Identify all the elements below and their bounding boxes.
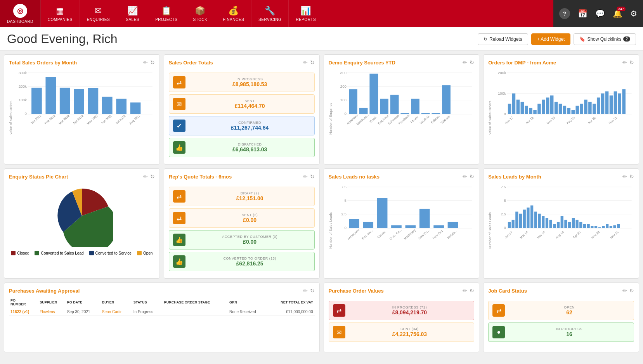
refresh-icon[interactable]: ↻ — [629, 59, 634, 66]
page-header: Good Evening, Rich ↻ Reload Widgets + Ad… — [0, 27, 643, 50]
nav-finances[interactable]: 💰 FINANCES — [216, 0, 252, 27]
purchases-table: PONUMBER SUPPLIER PO DATE BUYER STATUS P… — [9, 297, 315, 316]
help-icon[interactable]: ? — [559, 8, 570, 19]
nav-companies[interactable]: ▦ COMPANIES — [41, 0, 80, 27]
edit-icon[interactable]: ✏ — [622, 288, 627, 294]
svg-text:New Eq...: New Eq... — [417, 229, 430, 240]
legend-converted-service-label: Converted to Service — [95, 251, 132, 255]
notification-badge: 347 — [617, 7, 626, 11]
svg-rect-58 — [508, 104, 511, 114]
reports-icon: 📊 — [300, 6, 311, 16]
svg-text:0: 0 — [504, 113, 506, 116]
widget-demo-enquiry-sources: Demo Enquiry Sources YTD ✏ ↻ Number of E… — [324, 54, 480, 165]
po-in-progress-label: IN PROGRESS (71) — [349, 305, 470, 309]
edit-icon[interactable]: ✏ — [463, 59, 467, 66]
svg-rect-41 — [442, 85, 451, 114]
svg-rect-124 — [508, 222, 511, 228]
companies-icon: ▦ — [56, 6, 64, 16]
svg-rect-102 — [377, 198, 387, 228]
chat-icon[interactable]: 💬 — [595, 9, 605, 18]
po-number-cell[interactable]: 11622 (v1) — [9, 308, 38, 316]
svg-text:Mar 2022: Mar 2022 — [58, 114, 71, 125]
svg-text:0: 0 — [344, 112, 346, 116]
svg-rect-105 — [419, 209, 430, 228]
calendar-icon[interactable]: 📅 — [578, 9, 588, 18]
svg-rect-139 — [565, 220, 567, 228]
svg-text:300k: 300k — [19, 71, 27, 75]
svg-rect-35 — [380, 99, 388, 114]
edit-icon[interactable]: ✏ — [303, 59, 308, 66]
svg-text:Nov 21: Nov 21 — [610, 231, 620, 239]
edit-icon[interactable]: ✏ — [463, 173, 467, 180]
svg-text:Aug 19: Aug 19 — [566, 116, 576, 125]
refresh-icon[interactable]: ↻ — [150, 59, 155, 66]
edit-icon[interactable]: ✏ — [303, 288, 308, 294]
show-quicklinks-button[interactable]: 🔖 Show Quicklinks 2 — [574, 33, 636, 45]
settings-icon[interactable]: ⚙ — [630, 9, 637, 18]
refresh-icon[interactable]: ↻ — [470, 288, 474, 294]
svg-text:Jun 2022: Jun 2022 — [101, 114, 113, 125]
nav-stock-label: STOCK — [193, 17, 208, 22]
nav-dashboard[interactable]: ◎ DASHBOARD — [0, 0, 41, 27]
svg-rect-32 — [349, 89, 357, 114]
supplier-cell[interactable]: Flowlens — [38, 308, 66, 316]
svg-text:Aug 19: Aug 19 — [555, 231, 565, 239]
nav-right-section: ? 📅 💬 🔔 347 ⚙ — [553, 0, 643, 27]
add-widget-button[interactable]: + Add Widget — [531, 33, 571, 45]
reload-label: Reload Widgets — [489, 36, 522, 42]
svg-text:Apr 20: Apr 20 — [587, 116, 597, 125]
svg-text:Machinery: Machinery — [403, 229, 416, 240]
edit-icon[interactable]: ✏ — [143, 173, 148, 180]
widget-orders-for-dmp: Orders for DMP - from Acme ✏ ↻ Value of … — [483, 54, 639, 165]
svg-rect-147 — [594, 226, 597, 228]
refresh-icon[interactable]: ↻ — [310, 59, 315, 66]
refresh-icon[interactable]: ↻ — [150, 173, 155, 180]
refresh-icon[interactable]: ↻ — [470, 59, 474, 66]
svg-rect-33 — [359, 108, 367, 114]
svg-rect-67 — [546, 97, 549, 114]
edit-icon[interactable]: ✏ — [622, 59, 627, 66]
svg-rect-130 — [530, 205, 533, 228]
refresh-icon[interactable]: ↻ — [629, 288, 634, 294]
nav-stock[interactable]: 📦 STOCK — [185, 0, 216, 27]
stat-draft-label: DRAFT (2) — [189, 191, 310, 195]
refresh-icon[interactable]: ↻ — [310, 288, 315, 294]
svg-text:Constr.: Constr. — [376, 230, 386, 239]
svg-rect-145 — [587, 224, 590, 228]
notification-bell-icon[interactable]: 🔔 347 — [613, 9, 622, 18]
envelope-icon: ✉ — [173, 98, 185, 110]
refresh-icon[interactable]: ↻ — [310, 173, 315, 180]
col-po-number: PONUMBER — [9, 297, 38, 308]
bookmark-icon: 🔖 — [579, 36, 585, 42]
refresh-icon[interactable]: ↻ — [470, 173, 474, 180]
svg-text:100: 100 — [340, 98, 346, 102]
refresh-icon[interactable]: ↻ — [629, 173, 634, 180]
nav-enquiries[interactable]: ✉ ENQUIRIES — [80, 0, 118, 27]
nav-reports[interactable]: 📊 REPORTS — [289, 0, 323, 27]
svg-rect-10 — [60, 88, 70, 114]
edit-icon[interactable]: ✏ — [622, 173, 627, 180]
svg-text:Nov 18: Nov 18 — [536, 231, 546, 239]
svg-rect-153 — [617, 224, 620, 228]
svg-rect-138 — [561, 216, 563, 228]
edit-icon[interactable]: ✏ — [143, 59, 148, 66]
svg-text:7.5: 7.5 — [341, 185, 346, 189]
edit-icon[interactable]: ✏ — [303, 173, 308, 180]
widget-purchases-title: Purchases Awaiting Approval — [9, 288, 80, 294]
svg-rect-34 — [369, 74, 378, 114]
svg-rect-140 — [568, 222, 571, 228]
legend-closed-label: Closed — [17, 251, 29, 255]
widget-enquiry-status-pie: Enquiry Status Pie Chart ✏ ↻ — [4, 168, 160, 279]
svg-rect-144 — [583, 224, 586, 228]
buyer-cell[interactable]: Sean Cartin — [101, 308, 132, 316]
stat-in-progress-label: IN PROGRESS — [189, 77, 310, 81]
reload-widgets-button[interactable]: ↻ Reload Widgets — [478, 33, 528, 45]
nav-sales[interactable]: 📈 SALES — [117, 0, 148, 27]
edit-icon[interactable]: ✏ — [463, 288, 467, 294]
svg-rect-73 — [572, 110, 575, 114]
nav-projects[interactable]: 📋 PROJECTS — [148, 0, 185, 27]
svg-rect-59 — [512, 94, 515, 114]
nav-servicing[interactable]: 🔧 SERVICING — [251, 0, 289, 27]
svg-rect-134 — [546, 218, 548, 228]
nav-servicing-label: SERVICING — [258, 17, 281, 22]
